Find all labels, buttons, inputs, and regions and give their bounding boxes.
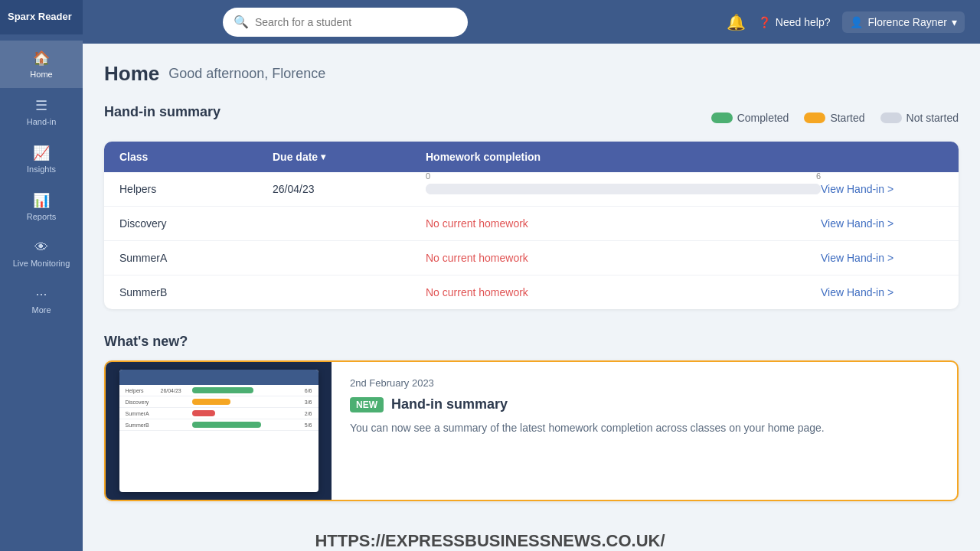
sort-icon[interactable]: ▾ xyxy=(321,152,325,162)
class-name: Discovery xyxy=(119,217,273,230)
hand-in-summary-header: Hand-in summary Completed Started Not st… xyxy=(104,104,959,131)
view-action: View Hand-in > xyxy=(821,286,943,298)
view-action: View Hand-in > xyxy=(821,252,943,264)
news-body: You can now see a summary of the latest … xyxy=(350,420,825,436)
app-name: Sparx Reader xyxy=(8,11,72,22)
table-row: Discovery No current homework View Hand-… xyxy=(104,207,959,241)
class-name: SummerA xyxy=(119,252,273,264)
col-homework-completion: Homework completion xyxy=(426,151,821,163)
not-started-dot xyxy=(880,112,902,123)
fake-bar-green2 xyxy=(192,422,261,428)
screenshot-preview: Helpers 26/04/23 6/6 Discovery 3/6 xyxy=(119,370,318,492)
class-name: Helpers xyxy=(119,183,273,195)
page-title: Home xyxy=(104,62,159,86)
sidebar-item-home-label: Home xyxy=(30,70,52,79)
homework-completion: 0 6 xyxy=(426,184,821,194)
sidebar-item-insights[interactable]: 📈 Insights xyxy=(0,135,83,183)
whats-new-title: What's new? xyxy=(104,334,959,350)
view-hand-in-link[interactable]: View Hand-in > xyxy=(821,286,893,298)
screenshot-header xyxy=(119,370,318,385)
notification-bell-icon[interactable]: 🔔 xyxy=(727,13,746,31)
no-homework-message: No current homework xyxy=(426,286,821,298)
hand-in-icon: ☰ xyxy=(35,97,47,114)
due-date: 26/04/23 xyxy=(273,183,426,195)
table-header: Class Due date ▾ Homework completion xyxy=(104,142,959,172)
view-action: View Hand-in > xyxy=(821,217,943,230)
sidebar-item-reports[interactable]: 📊 Reports xyxy=(0,183,83,230)
legend-completed-label: Completed xyxy=(737,112,789,124)
view-hand-in-link[interactable]: View Hand-in > xyxy=(821,217,893,230)
table-row: SummerA No current homework View Hand-in… xyxy=(104,241,959,276)
fake-row-1: Helpers 26/04/23 6/6 xyxy=(119,385,318,396)
news-image: Helpers 26/04/23 6/6 Discovery 3/6 xyxy=(106,362,332,500)
legend-started: Started xyxy=(804,112,864,124)
sidebar-item-live-monitoring-label: Live Monitoring xyxy=(13,259,70,268)
help-circle-icon: ❓ xyxy=(758,16,771,28)
news-date: 2nd February 2023 xyxy=(350,377,825,389)
sidebar-item-hand-in[interactable]: ☰ Hand-in xyxy=(0,88,83,135)
header: 🔍 🔔 ❓ Need help? 👤 Florence Rayner ▾ xyxy=(83,0,980,44)
sidebar-item-insights-label: Insights xyxy=(27,165,56,174)
fake-row-3: SummerA 2/6 xyxy=(119,408,318,419)
home-icon: 🏠 xyxy=(33,50,50,67)
user-menu-button[interactable]: 👤 Florence Rayner ▾ xyxy=(842,11,965,33)
sidebar-item-more-label: More xyxy=(31,305,51,315)
fake-bar-orange xyxy=(192,399,230,405)
header-actions: 🔔 ❓ Need help? 👤 Florence Rayner ▾ xyxy=(727,11,965,33)
new-badge: NEW xyxy=(350,397,384,412)
col-due-date: Due date ▾ xyxy=(273,151,426,163)
sidebar-item-live-monitoring[interactable]: 👁 Live Monitoring xyxy=(0,230,83,277)
page-header: Home Good afternoon, Florence xyxy=(104,62,959,86)
completed-dot xyxy=(711,112,733,123)
sidebar-item-hand-in-label: Hand-in xyxy=(27,117,57,126)
view-hand-in-link[interactable]: View Hand-in > xyxy=(821,252,893,264)
app-logo: Sparx Reader xyxy=(0,0,83,34)
no-homework-text: No current homework xyxy=(426,252,528,264)
help-button[interactable]: ❓ Need help? xyxy=(758,16,831,28)
progress-bar: 0 6 xyxy=(426,184,821,194)
sidebar-item-home[interactable]: 🏠 Home xyxy=(0,41,83,88)
user-name: Florence Rayner xyxy=(867,16,947,28)
hand-in-summary-title: Hand-in summary xyxy=(104,104,220,120)
view-action: View Hand-in > xyxy=(821,183,943,195)
progress-min-label: 0 xyxy=(426,171,430,181)
progress-fill xyxy=(426,184,821,194)
hand-in-table: Class Due date ▾ Homework completion Hel… xyxy=(104,142,959,309)
chevron-down-icon: ▾ xyxy=(952,16,957,28)
search-icon: 🔍 xyxy=(234,15,249,29)
no-homework-message: No current homework xyxy=(426,252,821,264)
news-content: 2nd February 2023 NEW Hand-in summary Yo… xyxy=(332,362,843,500)
legend-not-started: Not started xyxy=(880,112,959,124)
more-icon: ··· xyxy=(35,286,47,302)
legend-started-label: Started xyxy=(830,112,864,124)
search-bar[interactable]: 🔍 xyxy=(223,8,468,37)
main-content: Home Good afternoon, Florence Hand-in su… xyxy=(83,44,980,551)
main-wrapper: 🔍 🔔 ❓ Need help? 👤 Florence Rayner ▾ Hom… xyxy=(83,0,980,551)
fake-bar-green xyxy=(192,387,253,393)
sidebar-item-more[interactable]: ··· More xyxy=(0,277,83,324)
live-monitoring-icon: 👁 xyxy=(34,240,48,256)
table-row: Helpers 26/04/23 0 6 View Hand-in > xyxy=(104,172,959,207)
legend-completed: Completed xyxy=(711,112,789,124)
fake-row-2: Discovery 3/6 xyxy=(119,396,318,408)
sidebar-item-reports-label: Reports xyxy=(27,212,57,221)
progress-bar-container: 0 6 xyxy=(426,184,821,194)
legend: Completed Started Not started xyxy=(711,112,959,124)
no-homework-text: No current homework xyxy=(426,286,528,298)
search-input[interactable] xyxy=(255,16,457,28)
help-label: Need help? xyxy=(776,16,831,28)
view-hand-in-link[interactable]: View Hand-in > xyxy=(821,183,893,195)
table-row: SummerB No current homework View Hand-in… xyxy=(104,276,959,309)
col-action xyxy=(821,151,943,163)
user-icon: 👤 xyxy=(850,16,863,28)
progress-max-label: 6 xyxy=(816,171,821,181)
class-name: SummerB xyxy=(119,286,273,298)
page-subtitle: Good afternoon, Florence xyxy=(168,66,325,82)
news-headline: Hand-in summary xyxy=(391,396,508,412)
col-class: Class xyxy=(119,151,273,163)
sidebar-nav: 🏠 Home ☰ Hand-in 📈 Insights 📊 Reports 👁 … xyxy=(0,34,83,324)
started-dot xyxy=(804,112,825,123)
legend-not-started-label: Not started xyxy=(906,112,959,124)
reports-icon: 📊 xyxy=(33,192,50,209)
insights-icon: 📈 xyxy=(33,145,50,161)
